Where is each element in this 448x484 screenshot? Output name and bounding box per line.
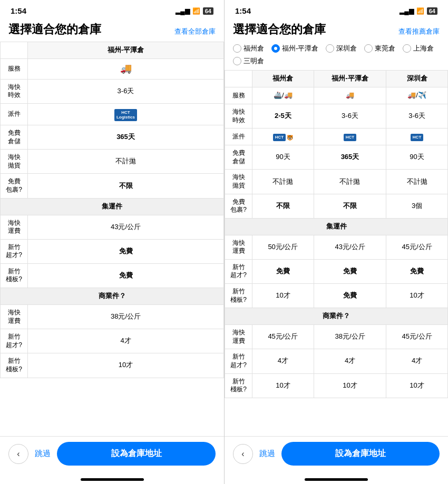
skip-button-right[interactable]: 跳過 — [259, 449, 275, 459]
time-right: 1:54 — [235, 6, 251, 15]
empty-header — [1, 42, 28, 59]
hct-logo-r2: HCT — [344, 134, 356, 141]
radio-label-shenzhen: 深圳倉 — [336, 44, 357, 53]
cell-comm-freight: 38元/公斤 — [28, 304, 224, 329]
radio-shenzhen[interactable]: 深圳倉 — [326, 44, 357, 53]
radio-label-fuzhouping: 福州-平潭倉 — [282, 44, 318, 53]
section-label-group-r: 集運件 — [225, 218, 448, 235]
radio-shanghai[interactable]: 上海倉 — [403, 44, 434, 53]
header-right: 選擇適合您的倉庫 查看推薦倉庫 — [225, 18, 448, 42]
cell-speed-fuzhouping: 3-6天 — [314, 104, 386, 129]
row-label-comm-freight-r: 海快運費 — [225, 325, 252, 349]
radio-circle-fuzhouping[interactable] — [271, 44, 280, 53]
hct-logo: HCTLogistics — [114, 109, 137, 121]
cell-speed: 3-6天 — [28, 79, 224, 103]
cell-hsinchu-pallet-fuzhou: 10才 — [252, 284, 314, 308]
table-row: 免費包裹? 不限 不限 3個 — [225, 194, 448, 218]
row-label-hsinchu-over: 新竹超才? — [1, 239, 28, 263]
row-label-storage: 免費倉儲 — [1, 125, 28, 150]
radio-dongguan[interactable]: 東莞倉 — [364, 44, 395, 53]
table-row: 新竹棧板? 10才 10才 10才 — [225, 373, 448, 398]
radio-label-dongguan: 東莞倉 — [375, 44, 395, 53]
row-label-speed-r: 海快時效 — [225, 104, 252, 129]
row-label-comm-over-r: 新竹超才? — [225, 349, 252, 373]
cell-hsinchu-over-fuzhouping: 免費 — [314, 259, 386, 283]
row-label-comm-freight: 海快運費 — [1, 304, 28, 329]
cell-freight: 43元/公斤 — [28, 215, 224, 239]
page-title-right: 選擇適合您的倉庫 — [233, 23, 326, 36]
radio-circle-sanming[interactable] — [233, 57, 241, 65]
table-row: 免費包裹? 不限 — [1, 174, 224, 198]
set-warehouse-button-right[interactable]: 設為倉庫地址 — [281, 442, 440, 466]
radio-circle-shenzhen[interactable] — [326, 44, 334, 53]
radio-fuzhouping[interactable]: 福州-平潭倉 — [271, 44, 318, 53]
status-bar-left: 1:54 ▂▄▆ 📶 64 — [0, 0, 224, 18]
col-header-shenzhen: 深圳倉 — [386, 71, 448, 87]
cell-package-fuzhou: 不限 — [252, 194, 314, 218]
view-recommend-link[interactable]: 查看推薦倉庫 — [398, 27, 440, 36]
cell-comm-freight-fuzhouping: 38元/公斤 — [314, 325, 386, 349]
cell-service-fuzhouping: 🚚 — [314, 87, 386, 104]
skip-button-left[interactable]: 跳過 — [35, 449, 51, 459]
row-label-comm-pallet-r: 新竹棧板? — [225, 373, 252, 398]
row-label-freight: 海快運費 — [1, 215, 28, 239]
truck-icon-r: 🚚 — [284, 91, 293, 99]
wifi-icon-left: 📶 — [192, 7, 200, 15]
radio-circle-fuzhou[interactable] — [233, 44, 241, 53]
set-warehouse-button-left[interactable]: 設為倉庫地址 — [57, 442, 216, 466]
radio-label-fuzhou: 福州倉 — [244, 44, 264, 53]
table-wrapper-right: 福州倉 福州-平潭倉 深圳倉 服務 🚢/🚚 🚚 🚚/✈️ — [225, 70, 448, 436]
right-phone: 1:54 ▂▄▆ 📶 64 選擇適合您的倉庫 查看推薦倉庫 福州倉 福州-平潭倉… — [224, 0, 448, 484]
row-label-freight-r: 海快運費 — [225, 235, 252, 259]
back-button-right[interactable]: ‹ — [233, 444, 253, 464]
radio-circle-dongguan[interactable] — [364, 44, 373, 53]
battery-left: 64 — [203, 7, 213, 15]
cell-comm-pallet-shenzhen: 10才 — [386, 373, 448, 398]
radio-label-shanghai: 上海倉 — [413, 44, 434, 53]
cell-throw-fuzhou: 不計拋 — [252, 170, 314, 194]
row-label-delivery-r: 派件 — [225, 129, 252, 145]
table-row: 海快時效 3-6天 — [1, 79, 224, 103]
cell-comm-over-fuzhouping: 4才 — [314, 349, 386, 373]
header-left: 選擇適合您的倉庫 查看全部倉庫 — [0, 18, 224, 42]
cell-storage-shenzhen: 90天 — [386, 145, 448, 170]
tiger-logo: 🐯 — [287, 134, 293, 141]
table-row: 新竹棧板? 10才 — [1, 353, 224, 378]
cell-hsinchu-over: 免費 — [28, 239, 224, 263]
cell-service: 🚚 — [28, 59, 224, 79]
col-header-fuzhou: 福州倉 — [252, 71, 314, 87]
wifi-icon-right: 📶 — [416, 7, 424, 15]
table-row: 服務 🚢/🚚 🚚 🚚/✈️ — [225, 87, 448, 104]
truck-icon-r2: 🚚 — [346, 91, 354, 99]
comparison-table-left: 福州-平潭倉 服務 🚚 海快時效 3-6天 派件 — [0, 42, 224, 378]
cell-throw: 不計拋 — [28, 150, 224, 174]
cell-speed-fuzhou: 2-5天 — [252, 104, 314, 129]
row-label-comm-over: 新竹超才? — [1, 329, 28, 353]
section-header-group-r: 集運件 — [225, 218, 448, 235]
row-label-package: 免費包裹? — [1, 174, 28, 198]
radio-fuzhou[interactable]: 福州倉 — [233, 44, 264, 53]
cell-comm-freight-shenzhen: 45元/公斤 — [386, 325, 448, 349]
view-all-link[interactable]: 查看全部倉庫 — [174, 27, 216, 36]
radio-circle-shanghai[interactable] — [403, 44, 411, 53]
back-button-left[interactable]: ‹ — [8, 444, 28, 464]
cell-hsinchu-pallet-shenzhen: 10才 — [386, 284, 448, 308]
bottom-bar-left: ‹ 跳過 設為倉庫地址 — [0, 436, 224, 476]
bottom-bar-right: ‹ 跳過 設為倉庫地址 — [225, 436, 448, 476]
cell-service-fuzhou: 🚢/🚚 — [252, 87, 314, 104]
cell-delivery-shenzhen: HCT — [386, 129, 448, 145]
row-label-delivery: 派件 — [1, 103, 28, 125]
table-row: 海快運費 38元/公斤 — [1, 304, 224, 329]
cell-hsinchu-over-shenzhen: 免費 — [386, 259, 448, 283]
cell-comm-over-fuzhou: 4才 — [252, 349, 314, 373]
row-label-package-r: 免費包裹? — [225, 194, 252, 218]
radio-sanming[interactable]: 三明倉 — [233, 56, 264, 66]
row-label-hsinchu-over-r: 新竹超才? — [225, 259, 252, 283]
row-label-storage-r: 免費倉儲 — [225, 145, 252, 170]
row-label-comm-pallet: 新竹棧板? — [1, 353, 28, 378]
section-header-group: 集運件 — [1, 198, 224, 215]
cell-comm-pallet: 10才 — [28, 353, 224, 378]
truck-icon-r3: 🚚 — [407, 91, 416, 99]
page-title-left: 選擇適合您的倉庫 — [8, 23, 101, 36]
hct-logo-box: HCTLogistics — [114, 109, 137, 121]
